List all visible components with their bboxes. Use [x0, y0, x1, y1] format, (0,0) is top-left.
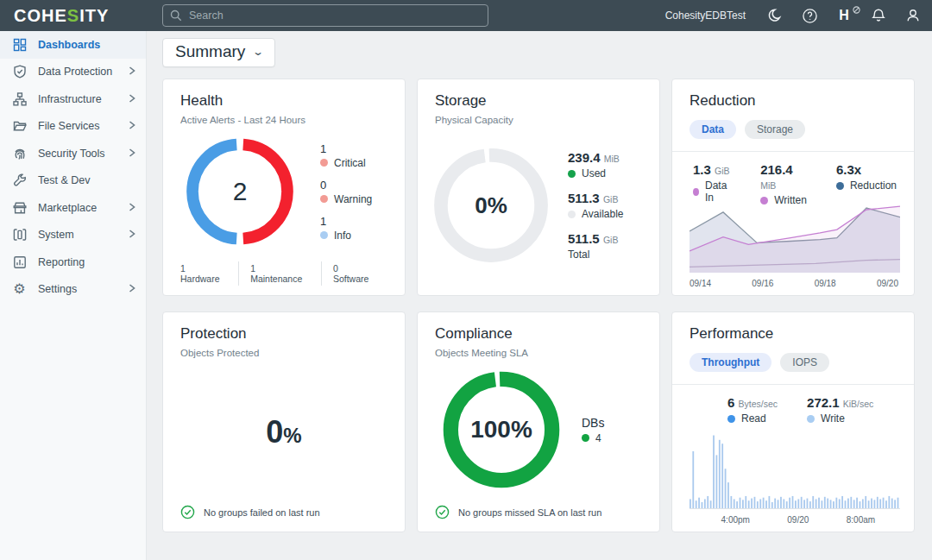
protection-subtitle: Objects Protected [180, 348, 387, 358]
storage-legend-used: 239.4 MiB Used [568, 150, 623, 179]
search-input[interactable] [189, 9, 481, 22]
dashboard-view-selector[interactable]: Summary ⌄ [162, 38, 275, 67]
performance-chart[interactable] [690, 431, 898, 509]
protection-card: Protection Objects Protected 0% No group… [162, 311, 406, 532]
storage-legend-total: 511.5 GiB Total [568, 231, 623, 261]
sidebar-item-label: Test & Dev [38, 174, 90, 186]
dbs-dot [582, 434, 589, 442]
fingerprint-icon [12, 146, 27, 160]
storage-subtitle: Physical Capacity [435, 115, 642, 125]
reduction-tab-storage[interactable]: Storage [745, 120, 805, 139]
protection-percent: 0% [163, 414, 405, 450]
health-donut-chart[interactable]: 2 [186, 137, 294, 246]
compliance-percent: 100% [442, 370, 561, 489]
storage-legend-available: 511.3 GiB Available [568, 191, 623, 220]
health-footer-software[interactable]: 0 Software [322, 261, 387, 286]
storage-title: Storage [435, 92, 642, 110]
chevron-right-icon [129, 202, 135, 214]
user-account-icon[interactable] [904, 7, 922, 24]
notifications-bell-icon[interactable] [870, 7, 887, 24]
sidebar-item-data-protection[interactable]: Data Protection [0, 59, 146, 86]
global-search[interactable] [162, 4, 488, 27]
helios-disconnected-badge [853, 2, 860, 17]
top-bar: COHESITY CohesityEDBTest H [0, 0, 932, 31]
view-selector-label: Summary [175, 42, 245, 61]
performance-x-axis: 4:00pm 09/20 8:00am [690, 514, 898, 525]
performance-tab-throughput[interactable]: Throughput [690, 353, 771, 372]
performance-tab-iops[interactable]: IOPS [780, 353, 829, 372]
helios-letter: H [839, 8, 849, 23]
protection-title: Protection [180, 325, 387, 343]
cohesity-logo: COHESITY [14, 6, 109, 26]
used-dot [568, 170, 576, 178]
health-legend-warning: 0 Warning [320, 179, 372, 205]
reduction-title: Reduction [690, 92, 897, 110]
performance-stat-read: 6 Bytes/sec Read [727, 395, 778, 425]
sidebar-item-file-services[interactable]: File Services [0, 113, 146, 141]
check-circle-icon [435, 505, 450, 519]
performance-chart-svg [690, 431, 900, 509]
sidebar-item-settings[interactable]: ⚙ Settings [0, 276, 146, 304]
reduction-tab-data[interactable]: Data [690, 120, 736, 139]
help-icon[interactable] [801, 7, 818, 24]
chevron-right-icon [129, 148, 135, 160]
write-dot [807, 415, 815, 423]
storage-card: Storage Physical Capacity 0% 239.4 MiB U… [417, 79, 660, 296]
available-dot [568, 211, 576, 218]
reduction-dot [836, 182, 844, 190]
logo-text-2: ITY [79, 6, 109, 25]
check-circle-icon [180, 505, 195, 519]
sidebar-item-label: Marketplace [38, 202, 97, 214]
sidebar-item-label: Data Protection [38, 66, 112, 78]
reduction-x-axis: 09/14 09/16 09/18 09/20 [690, 279, 898, 288]
sidebar-nav: Dashboards Data Protection Infrastructur… [0, 31, 147, 560]
performance-title: Performance [690, 325, 897, 343]
sidebar-item-label: Settings [38, 283, 77, 295]
warning-dot [320, 195, 328, 203]
compliance-card: Compliance Objects Meeting SLA 100% DBs … [417, 311, 660, 532]
sidebar-item-marketplace[interactable]: Marketplace [0, 194, 146, 222]
performance-stat-write: 272.1 KiB/sec Write [807, 395, 873, 425]
critical-dot [320, 159, 328, 167]
logo-text: COHE [14, 6, 67, 25]
chevron-right-icon [129, 283, 135, 295]
sidebar-item-dashboards[interactable]: Dashboards [0, 31, 146, 59]
sidebar-item-test-and-dev[interactable]: Test & Dev [0, 167, 146, 195]
compliance-title: Compliance [435, 325, 642, 343]
gear-icon: ⚙ [12, 282, 27, 297]
chevron-right-icon [129, 229, 135, 241]
infrastructure-icon [12, 91, 27, 106]
health-title: Health [180, 92, 387, 110]
dashboards-icon [12, 37, 27, 52]
logo-s: S [67, 6, 79, 25]
health-card: Health Active Alerts - Last 24 Hours 2 1… [162, 79, 406, 296]
reduction-chart-svg [690, 190, 900, 273]
sidebar-item-label: Reporting [38, 256, 85, 268]
main-content: Summary ⌄ Health Active Alerts - Last 24… [147, 31, 932, 560]
dark-mode-moon-icon[interactable] [766, 7, 784, 24]
read-dot [727, 415, 735, 423]
cluster-name: CohesityEDBTest [665, 9, 746, 22]
shield-check-icon [12, 65, 27, 79]
chevron-right-icon [129, 93, 135, 105]
sidebar-item-security-tools[interactable]: Security Tools [0, 140, 146, 167]
health-footer-hardware[interactable]: 1 Hardware [180, 261, 239, 286]
sidebar-item-reporting[interactable]: Reporting [0, 249, 146, 276]
sidebar-item-label: File Services [38, 120, 100, 132]
sidebar-item-label: System [38, 229, 74, 241]
storage-donut-chart[interactable]: 0% [433, 148, 549, 263]
health-footer-maintenance[interactable]: 1 Maintenance [239, 261, 322, 286]
sidebar-item-infrastructure[interactable]: Infrastructure [0, 85, 146, 113]
chevron-right-icon [129, 66, 135, 78]
helios-icon[interactable]: H [835, 7, 853, 24]
health-alert-total: 2 [186, 137, 294, 246]
reduction-chart[interactable] [690, 190, 898, 273]
health-subtitle: Active Alerts - Last 24 Hours [180, 115, 387, 125]
protection-status: No groups failed on last run [180, 505, 320, 519]
sidebar-item-system[interactable]: System [0, 222, 146, 249]
chevron-right-icon [129, 120, 135, 132]
report-chart-icon [12, 255, 27, 269]
compliance-donut-chart[interactable]: 100% [442, 370, 561, 489]
performance-card: Performance Throughput IOPS 6 Bytes/sec … [671, 311, 915, 532]
compliance-legend-dbs: DBs 4 [582, 416, 604, 444]
